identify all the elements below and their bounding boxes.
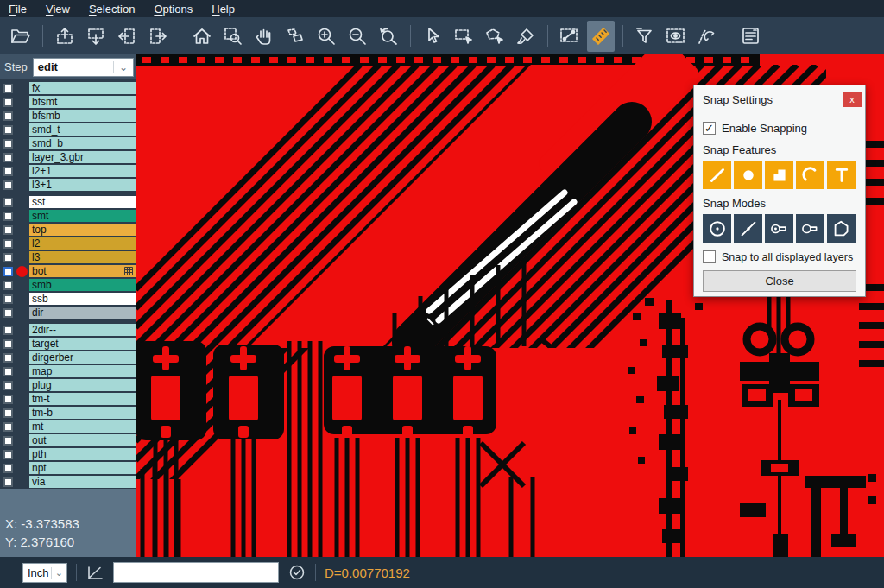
menu-item-view[interactable]: View — [46, 3, 70, 16]
layer-checkbox[interactable] — [3, 353, 13, 363]
zoom-out-icon[interactable] — [344, 21, 371, 52]
layer-row[interactable]: map — [0, 364, 136, 378]
close-button[interactable]: Close — [703, 270, 856, 292]
angle-icon[interactable] — [85, 563, 104, 582]
menu-item-file[interactable]: File — [9, 3, 27, 16]
snap-midpoint-icon[interactable] — [734, 214, 762, 243]
layer-row[interactable]: pth — [0, 447, 136, 461]
layer-checkbox[interactable] — [3, 84, 13, 93]
layer-color-bar[interactable]: bot — [29, 265, 136, 278]
snap-arc-icon[interactable] — [796, 161, 824, 189]
layer-row[interactable]: fx — [0, 81, 136, 95]
layer-color-bar[interactable]: target — [29, 338, 136, 351]
snap-line-icon[interactable] — [703, 161, 731, 189]
layer-color-bar[interactable]: out — [29, 434, 136, 447]
layer-row[interactable]: smd_t — [0, 123, 136, 136]
layer-row[interactable]: bot — [0, 264, 136, 278]
layer-color-bar[interactable]: bfsmt — [29, 96, 136, 109]
layer-color-bar[interactable]: dirgerber — [29, 351, 136, 364]
layer-row[interactable]: bfsmb — [0, 109, 136, 123]
layer-row[interactable]: layer_3.gbr — [0, 150, 136, 164]
snap-surface-icon[interactable] — [765, 161, 793, 189]
layer-row[interactable]: 2dir-- — [0, 323, 136, 337]
layer-color-bar[interactable]: map — [29, 365, 136, 378]
command-input[interactable] — [113, 562, 279, 583]
layer-checkbox[interactable] — [3, 450, 13, 459]
layer-color-bar[interactable]: l3 — [29, 251, 136, 264]
zoom-in-icon[interactable] — [313, 21, 340, 52]
layer-color-bar[interactable]: ssb — [29, 293, 136, 306]
enable-snapping-row[interactable]: ✓ Enable Snapping — [703, 122, 856, 135]
snap-slot-hole-icon[interactable] — [765, 214, 793, 243]
paste-right-icon[interactable] — [144, 21, 172, 52]
layer-color-bar[interactable]: l3+1 — [29, 179, 136, 192]
snap-all-layers-row[interactable]: ✓ Snap to all displayed layers — [703, 250, 856, 263]
layer-checkbox[interactable] — [3, 212, 13, 221]
layer-color-bar[interactable]: tm-b — [29, 407, 136, 420]
polygon-select-icon[interactable] — [481, 21, 508, 52]
layer-color-bar[interactable]: layer_3.gbr — [29, 151, 136, 164]
layer-row[interactable]: smd_b — [0, 136, 136, 150]
layer-checkbox[interactable] — [3, 253, 13, 262]
layer-row[interactable]: via — [0, 475, 136, 489]
layer-checkbox[interactable] — [3, 98, 13, 107]
close-icon[interactable]: x — [843, 92, 862, 107]
layer-color-bar[interactable]: smd_t — [29, 123, 136, 136]
home-icon[interactable] — [188, 21, 216, 52]
layer-row[interactable]: tm-t — [0, 392, 136, 406]
layer-row[interactable]: l3+1 — [0, 178, 136, 192]
layer-checkbox[interactable] — [3, 422, 13, 432]
layer-row[interactable]: l3 — [0, 250, 136, 264]
menu-item-options[interactable]: Options — [154, 3, 193, 16]
layer-checkbox[interactable] — [3, 153, 13, 162]
dialog-titlebar[interactable]: Snap Settings x — [694, 85, 865, 110]
menu-item-selection[interactable]: Selection — [89, 3, 135, 16]
layer-row[interactable]: plug — [0, 378, 136, 392]
layer-row[interactable]: target — [0, 337, 136, 351]
layer-row[interactable]: mt — [0, 420, 136, 433]
measure-points-icon[interactable] — [556, 21, 584, 52]
snap-magnet-icon[interactable] — [693, 21, 721, 52]
layer-color-bar[interactable]: l2+1 — [29, 165, 136, 178]
layer-color-bar[interactable]: dir — [29, 307, 136, 319]
layer-checkbox[interactable] — [3, 308, 13, 318]
snap-text-icon[interactable] — [827, 161, 856, 189]
layer-checkbox[interactable] — [3, 339, 13, 349]
layer-row[interactable]: dirgerber — [0, 351, 136, 364]
unit-select[interactable]: Inch ⌄ — [22, 563, 67, 583]
move-polygon-icon[interactable] — [281, 21, 309, 52]
layer-color-bar[interactable]: via — [29, 476, 136, 489]
layer-checkbox[interactable] — [3, 381, 13, 390]
layer-color-bar[interactable]: l2 — [29, 237, 136, 250]
zoom-region-icon[interactable] — [219, 21, 247, 52]
layer-color-bar[interactable]: npt — [29, 462, 136, 475]
layer-checkbox[interactable] — [3, 395, 13, 404]
brush-icon[interactable] — [512, 21, 540, 52]
layer-checkbox[interactable] — [3, 436, 13, 446]
layer-color-bar[interactable]: bfsmb — [29, 110, 136, 123]
layer-row[interactable]: smt — [0, 209, 136, 223]
layer-row[interactable]: bfsmt — [0, 95, 136, 109]
layer-checkbox[interactable] — [3, 111, 13, 121]
layer-color-bar[interactable]: plug — [29, 379, 136, 392]
ruler-icon[interactable] — [587, 21, 615, 52]
layer-checkbox[interactable] — [3, 367, 13, 376]
layer-checkbox[interactable] — [3, 326, 13, 335]
layer-color-bar[interactable]: pth — [29, 448, 136, 461]
layer-checkbox[interactable] — [3, 477, 13, 487]
zoom-previous-icon[interactable] — [375, 21, 402, 52]
layer-color-bar[interactable]: smb — [29, 279, 136, 292]
paste-down-icon[interactable] — [82, 21, 110, 52]
rect-select-icon[interactable] — [450, 21, 477, 52]
layer-color-bar[interactable]: smd_b — [29, 137, 136, 150]
layer-color-bar[interactable]: mt — [29, 420, 136, 433]
sync-check-icon[interactable] — [287, 563, 306, 582]
layer-row[interactable]: top — [0, 223, 136, 237]
layer-checkbox[interactable] — [3, 294, 13, 304]
snap-center-icon[interactable] — [703, 214, 731, 243]
step-select[interactable]: edit ⌄ — [33, 58, 134, 77]
snap-pad-icon[interactable] — [734, 161, 762, 189]
chevron-down-icon[interactable]: ⌄ — [113, 61, 133, 73]
layer-row[interactable]: npt — [0, 461, 136, 475]
layer-row[interactable]: smb — [0, 278, 136, 292]
